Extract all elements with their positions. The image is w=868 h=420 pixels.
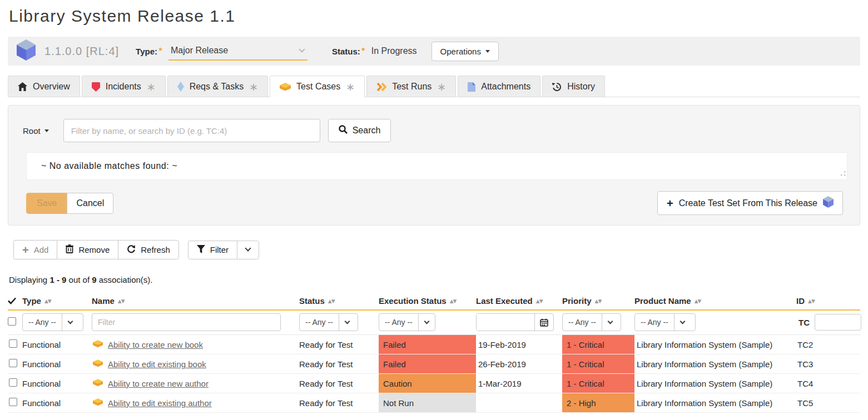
plus-icon: + — [667, 199, 673, 207]
column-header-id: ID▲▼ — [796, 296, 860, 306]
release-header-bar: 1.1.0.0 [RL:4] Type:★ Major Release Stat… — [8, 37, 860, 66]
row-checkbox[interactable] — [9, 378, 17, 387]
plus-icon: + — [22, 246, 29, 254]
row-checkbox[interactable] — [9, 398, 17, 406]
refresh-button[interactable]: Refresh — [118, 240, 179, 259]
id-prefix-label: TC — [798, 318, 810, 327]
last-executed-cell: 1-Mar-2019 — [476, 379, 562, 388]
tab-reqs-tasks[interactable]: Reqs & Tasks ∗ — [167, 76, 268, 97]
tab-test-runs[interactable]: Test Runs ∗ — [366, 76, 456, 97]
execution-status-cell: Failed — [379, 354, 476, 373]
execution-status-cell: Caution — [379, 374, 476, 393]
unsaved-marker-icon: ∗ — [346, 84, 355, 89]
tab-overview[interactable]: Overview — [8, 76, 80, 97]
column-header-status: Status▲▼ — [299, 296, 379, 306]
select-all-check[interactable] — [8, 297, 22, 304]
unsaved-marker-icon: ∗ — [147, 84, 156, 89]
sort-arrows-icon[interactable]: ▲▼ — [595, 298, 602, 304]
release-cube-icon — [17, 39, 36, 63]
product-name-cell: Library Information System (Sample) — [634, 340, 796, 349]
status-cell: Ready for Test — [299, 359, 379, 369]
table-filter-row: -- Any -- -- Any -- -- Any -- -- Any -- … — [8, 311, 860, 335]
tab-incidents[interactable]: Incidents ∗ — [82, 76, 166, 97]
create-test-set-button[interactable]: + Create Test Set From This Release — [657, 191, 843, 215]
status-cell: Ready for Test — [299, 398, 379, 408]
sort-arrows-icon[interactable]: ▲▼ — [450, 298, 457, 304]
table-row: Functional Ability to create new author … — [8, 374, 860, 393]
column-header-priority: Priority▲▼ — [562, 296, 634, 306]
table-row: Functional Ability to edit existing auth… — [8, 393, 860, 413]
product-name-cell: Library Information System (Sample) — [634, 398, 796, 408]
required-star-icon: ★ — [361, 46, 366, 52]
tab-test-cases[interactable]: Test Cases ∗ — [270, 76, 365, 97]
trash-icon — [66, 244, 73, 255]
sort-arrows-icon[interactable]: ▲▼ — [44, 298, 51, 304]
chevron-down-icon — [245, 245, 251, 251]
status-filter-select[interactable]: -- Any -- — [299, 313, 358, 331]
home-icon — [18, 82, 27, 91]
test-case-link[interactable]: Ability to create new book — [108, 340, 203, 349]
page-title: Library System Release 1.1 — [9, 7, 859, 26]
sort-arrows-icon[interactable]: ▲▼ — [808, 298, 815, 304]
test-case-icon — [93, 398, 103, 408]
required-star-icon: ★ — [158, 46, 163, 52]
resize-grip[interactable] — [840, 168, 846, 178]
column-header-product-name: Product Name▲▼ — [634, 296, 796, 306]
filter-button[interactable]: Filter — [188, 241, 237, 259]
sort-arrows-icon[interactable]: ▲▼ — [536, 298, 543, 304]
status-cell: Ready for Test — [299, 340, 379, 349]
test-case-icon — [93, 340, 103, 349]
sort-arrows-icon[interactable]: ▲▼ — [328, 298, 335, 304]
tab-history[interactable]: History — [542, 76, 605, 97]
id-cell: TC2 — [796, 340, 860, 349]
calendar-icon[interactable] — [534, 314, 553, 331]
operations-button[interactable]: Operations — [431, 42, 499, 61]
checkmark-icon — [8, 297, 16, 304]
id-filter-input[interactable] — [815, 314, 861, 331]
table-row: Functional Ability to edit existing book… — [8, 354, 860, 374]
product-name-filter-select[interactable]: -- Any -- — [634, 313, 696, 331]
incident-shield-icon — [92, 82, 100, 92]
add-button[interactable]: + Add — [13, 240, 57, 259]
search-button[interactable]: Search — [328, 119, 391, 142]
priority-cell: 1 - Critical — [562, 374, 634, 393]
priority-cell: 2 - High — [562, 393, 634, 412]
column-header-type: Type▲▼ — [22, 296, 92, 306]
save-button[interactable]: Save — [26, 193, 67, 214]
release-cube-icon — [823, 196, 834, 210]
chevron-down-icon — [299, 46, 305, 52]
id-cell: TC3 — [796, 359, 860, 369]
test-case-link[interactable]: Ability to edit existing author — [108, 398, 212, 408]
sort-arrows-icon[interactable]: ▲▼ — [695, 298, 701, 304]
name-filter-input[interactable] — [92, 313, 281, 331]
unsaved-marker-icon: ∗ — [437, 84, 446, 89]
row-checkbox[interactable] — [9, 339, 17, 348]
status-cell: Ready for Test — [299, 379, 379, 388]
priority-cell: 1 - Critical — [562, 335, 634, 354]
type-filter-select[interactable]: -- Any -- — [22, 313, 83, 331]
remove-button[interactable]: Remove — [57, 240, 118, 259]
column-header-name: Name▲▼ — [92, 296, 299, 306]
row-checkbox[interactable] — [9, 359, 17, 367]
filter-menu-caret-button[interactable] — [237, 241, 259, 259]
caret-down-icon — [44, 129, 49, 132]
test-case-link[interactable]: Ability to edit existing book — [108, 359, 206, 369]
test-run-chevrons-icon — [376, 82, 386, 92]
sort-arrows-icon[interactable]: ▲▼ — [118, 298, 125, 304]
id-cell: TC4 — [796, 379, 860, 388]
priority-filter-select[interactable]: -- Any -- — [562, 313, 621, 331]
root-dropdown[interactable]: Root — [23, 126, 49, 136]
search-icon — [339, 125, 348, 136]
status-label: Status:★ — [332, 46, 366, 56]
attachment-document-icon — [468, 82, 475, 92]
test-case-link[interactable]: Ability to create new author — [108, 379, 209, 388]
select-all-checkbox[interactable] — [8, 317, 16, 326]
table-row: Functional Ability to create new book Re… — [8, 335, 860, 354]
execution-status-filter-select[interactable]: -- Any -- — [379, 313, 435, 331]
search-input[interactable] — [63, 119, 320, 142]
tab-attachments[interactable]: Attachments — [458, 76, 540, 97]
last-executed-cell: 26-Feb-2019 — [476, 359, 562, 369]
date-filter-input[interactable] — [477, 314, 534, 331]
type-dropdown[interactable]: Major Release — [168, 42, 307, 61]
cancel-button[interactable]: Cancel — [67, 193, 113, 214]
